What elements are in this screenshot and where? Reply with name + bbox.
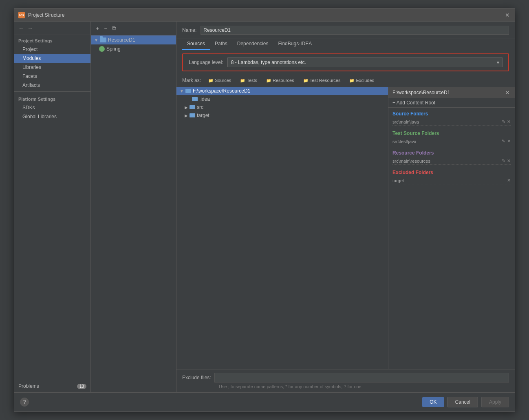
sidebar-divider: [14, 91, 90, 92]
info-panel-close-button[interactable]: ✕: [504, 89, 511, 96]
excluded-folder-actions: ✕: [507, 178, 511, 183]
sidebar-item-sdks[interactable]: SDKs: [14, 103, 90, 112]
sidebar-item-artifacts[interactable]: Artifacts: [14, 81, 90, 90]
chevron-right-icon: ▶: [185, 113, 188, 118]
excluded-folders-section: Excluded Folders target ✕: [388, 166, 515, 186]
cancel-button[interactable]: Cancel: [447, 397, 478, 407]
folder-icon: [190, 105, 195, 109]
exclude-hint: Use ; to separate name patterns, * for a…: [182, 382, 509, 389]
module-item-spring[interactable]: Spring: [91, 44, 176, 53]
module-item-resourced1[interactable]: ▼ ResourceD1: [91, 35, 176, 44]
mark-as-sources-button[interactable]: 📁 Sources: [205, 77, 234, 84]
sidebar-item-global-libraries[interactable]: Global Libraries: [14, 112, 90, 121]
nav-back[interactable]: ←: [18, 24, 25, 32]
help-button[interactable]: ?: [20, 398, 29, 407]
excluded-folder-icon: 📁: [349, 78, 354, 83]
platform-settings-title: Platform Settings: [14, 93, 90, 103]
tab-paths[interactable]: Paths: [210, 38, 232, 50]
close-button[interactable]: ✕: [504, 12, 511, 18]
module-tree-panel: + − ⧉ ▼ ResourceD1 Spring: [91, 22, 176, 392]
folder-icon: [190, 113, 195, 117]
excluded-folder-item: target ✕: [392, 177, 511, 184]
add-content-root-button[interactable]: + Add Content Root: [388, 98, 515, 108]
chevron-right-icon: ▶: [185, 105, 188, 110]
name-row: Name:: [176, 22, 515, 38]
test-resources-folder-icon: 📁: [303, 78, 308, 83]
exclude-files-area: Exclude files: Use ; to separate name pa…: [176, 369, 515, 392]
edit-test-source-folder-button[interactable]: ✎: [502, 139, 505, 144]
module-name-input[interactable]: [201, 26, 509, 35]
main-content: ← → Project Settings Project Modules Lib…: [14, 22, 515, 392]
resource-folders-section: Resource Folders src\main\resources ✎ ✕: [388, 147, 515, 166]
remove-source-folder-button[interactable]: ✕: [507, 119, 511, 124]
tab-dependencies[interactable]: Dependencies: [232, 38, 273, 50]
remove-test-source-folder-button[interactable]: ✕: [507, 139, 511, 144]
dialog-title: Project Structure: [28, 12, 64, 18]
sidebar-item-facets[interactable]: Facets: [14, 72, 90, 81]
nav-forward[interactable]: →: [26, 24, 34, 32]
info-panel-header: F:\workspace\ResourceD1 ✕: [388, 87, 515, 98]
tree-toolbar: + − ⧉: [91, 22, 176, 35]
language-level-select-wrapper: 8 - Lambdas, type annotations etc. ▼: [227, 57, 503, 67]
tab-sources[interactable]: Sources: [182, 38, 210, 50]
exclude-row: Exclude files:: [182, 373, 509, 382]
sources-tab-content: Language level: 8 - Lambdas, type annota…: [176, 50, 515, 392]
folder-icon: [185, 89, 191, 93]
folder-icon: [192, 97, 198, 101]
sidebar-item-libraries[interactable]: Libraries: [14, 63, 90, 72]
file-tree-root[interactable]: ▼ F:\workspace\ResourceD1: [176, 87, 388, 95]
resources-folder-icon: 📁: [266, 78, 271, 83]
test-source-folders-section: Test Source Folders src\test\java ✎ ✕: [388, 127, 515, 147]
sidebar-item-project[interactable]: Project: [14, 45, 90, 54]
ok-button[interactable]: OK: [422, 397, 444, 407]
sidebar: ← → Project Settings Project Modules Lib…: [14, 22, 91, 392]
mark-as-tests-button[interactable]: 📁 Tests: [237, 77, 260, 84]
edit-source-folder-button[interactable]: ✎: [502, 119, 505, 124]
resource-folders-title: Resource Folders: [392, 150, 511, 156]
file-tree-src[interactable]: ▶ src: [176, 103, 388, 111]
file-tree-target[interactable]: ▶ target: [176, 111, 388, 119]
copy-module-button[interactable]: ⧉: [110, 24, 118, 33]
source-folders-title: Source Folders: [392, 111, 511, 117]
mark-as-test-resources-button[interactable]: 📁 Test Resources: [300, 77, 344, 84]
spring-icon: [99, 46, 105, 52]
remove-module-button[interactable]: −: [102, 24, 109, 33]
exclude-input[interactable]: [214, 373, 509, 382]
mark-as-label: Mark as:: [182, 77, 201, 83]
exclude-label: Exclude files:: [182, 375, 211, 380]
project-structure-dialog: PS Project Structure ✕ ← → Project Setti…: [14, 8, 515, 412]
resource-folder-item: src\main\resources ✎ ✕: [392, 157, 511, 165]
tabs-bar: Sources Paths Dependencies FindBugs-IDEA: [176, 38, 515, 50]
file-area: ▼ F:\workspace\ResourceD1 .idea ▶: [176, 87, 515, 369]
project-settings-title: Project Settings: [14, 35, 90, 45]
problems-section[interactable]: Problems 13: [14, 380, 90, 392]
app-icon: PS: [18, 12, 25, 18]
language-level-row: Language level: 8 - Lambdas, type annota…: [182, 53, 509, 71]
chevron-down-icon: ▼: [94, 38, 98, 42]
test-source-folders-title: Test Source Folders: [392, 130, 511, 136]
source-folders-section: Source Folders src\main\java ✎ ✕: [388, 108, 515, 127]
source-folder-item: src\main\java ✎ ✕: [392, 118, 511, 126]
remove-resource-folder-button[interactable]: ✕: [507, 158, 511, 164]
resource-folder-actions: ✎ ✕: [502, 158, 511, 164]
dialog-footer: ? OK Cancel Apply: [14, 392, 515, 411]
add-module-button[interactable]: +: [94, 24, 101, 33]
test-source-folder-actions: ✎ ✕: [502, 139, 511, 144]
info-panel-path: F:\workspace\ResourceD1: [392, 90, 450, 95]
chevron-down-icon: ▼: [180, 89, 184, 93]
file-tree-idea[interactable]: .idea: [176, 95, 388, 103]
excluded-folders-title: Excluded Folders: [392, 170, 511, 175]
language-level-select[interactable]: 8 - Lambdas, type annotations etc.: [227, 57, 503, 67]
info-panel: F:\workspace\ResourceD1 ✕ + Add Content …: [388, 87, 515, 369]
tests-folder-icon: 📁: [240, 78, 245, 83]
remove-excluded-folder-button[interactable]: ✕: [507, 178, 511, 183]
mark-as-resources-button[interactable]: 📁 Resources: [263, 77, 298, 84]
apply-button[interactable]: Apply: [481, 397, 509, 407]
test-source-folder-item: src\test\java ✎ ✕: [392, 138, 511, 145]
mark-as-excluded-button[interactable]: 📁 Excluded: [346, 77, 377, 84]
sidebar-item-modules[interactable]: Modules: [14, 54, 90, 63]
title-bar: PS Project Structure ✕: [14, 9, 515, 22]
tab-findbugs[interactable]: FindBugs-IDEA: [273, 38, 317, 50]
language-level-label: Language level:: [189, 60, 223, 65]
edit-resource-folder-button[interactable]: ✎: [502, 158, 505, 164]
